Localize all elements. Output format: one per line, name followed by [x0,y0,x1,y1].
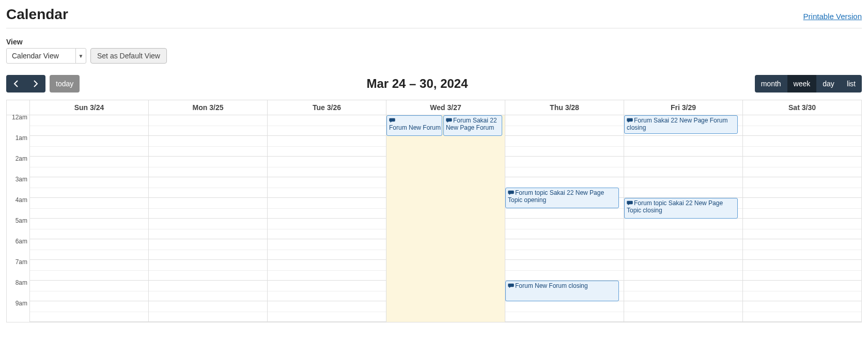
viewmode-day[interactable]: day [816,75,841,93]
calendar-event[interactable]: Forum New Forum [386,115,442,136]
hour-label: 5am [7,217,29,238]
hour-label: 3am [7,176,29,196]
event-title: Forum New Forum [389,124,441,131]
chevron-left-icon [13,80,19,87]
comments-icon [627,199,633,207]
day-column[interactable]: Forum Sakai 22 New Page Forum closingFor… [624,115,743,322]
view-select-value: Calendar View [7,49,75,63]
calendar-event[interactable]: Forum New Forum closing [505,281,619,301]
comments-icon [508,282,514,289]
today-button[interactable]: today [50,75,80,93]
day-column[interactable]: Forum New ForumForum Sakai 22 New Page F… [386,115,505,322]
event-title: Forum New Forum closing [515,282,588,289]
comments-icon [508,189,514,196]
viewmode-week[interactable]: week [787,75,817,93]
viewmode-month[interactable]: month [755,75,787,93]
caret-down-icon: ▼ [75,49,86,63]
viewmode-group: month week day list [755,75,862,93]
day-header: Fri 3/29 [624,100,743,115]
hour-label: 9am [7,300,29,320]
event-title: Forum Sakai 22 New Page Forum closing [627,117,727,131]
set-default-view-button[interactable]: Set as Default View [90,48,167,64]
day-column[interactable] [30,115,149,322]
day-header: Wed 3/27 [386,100,505,115]
hour-label: 4am [7,196,29,217]
calendar-event[interactable]: Forum Sakai 22 New Page Forum closing [624,115,738,134]
page-title: Calendar [6,6,68,23]
next-button[interactable] [26,75,45,93]
calendar-grid: Sun 3/24Mon 3/25Tue 3/26Wed 3/27Thu 3/28… [6,100,862,322]
calendar-event[interactable]: Forum topic Sakai 22 New Page Topic clos… [624,198,738,219]
day-column[interactable] [268,115,386,322]
hour-label: 7am [7,258,29,279]
comments-icon [389,117,395,124]
prev-button[interactable] [6,75,26,93]
day-column[interactable]: Forum topic Sakai 22 New Page Topic open… [505,115,624,322]
event-title: Forum topic Sakai 22 New Page Topic open… [508,189,604,204]
event-title: Forum topic Sakai 22 New Page Topic clos… [627,199,723,214]
chevron-right-icon [33,80,38,87]
calendar-event[interactable]: Forum topic Sakai 22 New Page Topic open… [505,188,619,208]
day-column[interactable] [743,115,861,322]
hour-label: 1am [7,134,29,155]
comments-icon [446,117,452,124]
day-header: Sat 3/30 [743,100,861,115]
day-header: Sun 3/24 [30,100,149,115]
calendar-event[interactable]: Forum Sakai 22 New Page Forum [443,115,503,136]
printable-version-link[interactable]: Printable Version [803,12,862,21]
day-column[interactable] [149,115,268,322]
date-range-title: Mar 24 – 30, 2024 [80,76,754,91]
hour-label: 8am [7,279,29,300]
view-label: View [6,38,86,46]
nav-arrow-group [6,75,45,93]
hour-label: 6am [7,238,29,258]
day-header: Thu 3/28 [505,100,624,115]
hour-label: 12am [7,114,29,134]
day-header: Tue 3/26 [268,100,386,115]
view-select[interactable]: Calendar View ▼ [6,48,86,64]
event-title: Forum Sakai 22 New Page Forum [446,117,497,131]
comments-icon [627,117,633,124]
viewmode-list[interactable]: list [841,75,862,93]
day-header: Mon 3/25 [149,100,268,115]
hour-label: 2am [7,155,29,176]
